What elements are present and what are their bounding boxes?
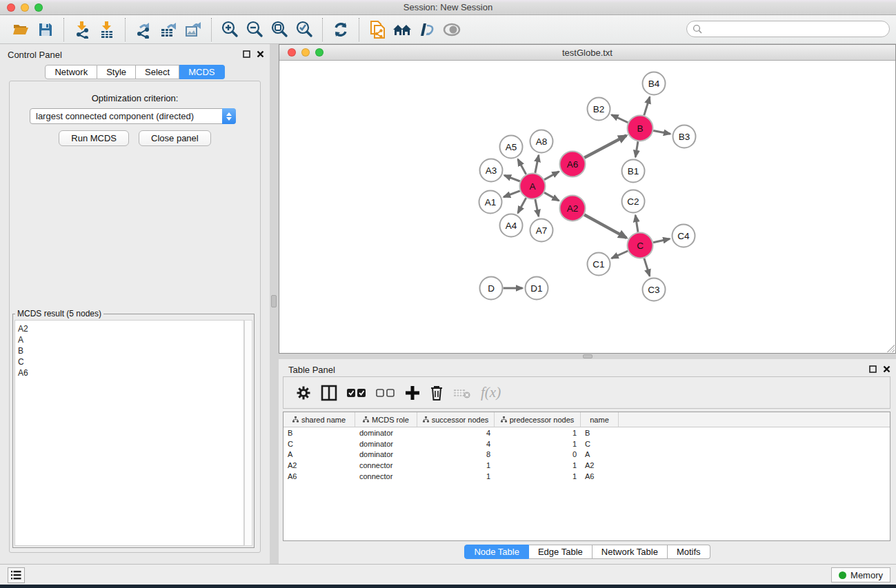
graph-edge[interactable] <box>653 239 670 242</box>
graph-edge[interactable] <box>518 198 526 213</box>
graph-edge[interactable] <box>544 192 559 201</box>
table-cell[interactable]: 1 <box>417 472 495 480</box>
table-cell[interactable]: 1 <box>495 440 581 448</box>
table-cell[interactable]: dominator <box>355 440 417 448</box>
hide-graphics-details-icon[interactable] <box>439 18 464 41</box>
table-cell[interactable]: 1 <box>495 429 581 437</box>
select-all-icon[interactable] <box>347 383 366 403</box>
table-cell[interactable]: 0 <box>495 450 581 458</box>
apply-layout-icon[interactable] <box>328 18 353 41</box>
graph-edge[interactable] <box>544 172 559 180</box>
float-panel-icon[interactable] <box>869 365 877 373</box>
table-cell[interactable]: 8 <box>417 450 495 458</box>
tab-motifs[interactable]: Motifs <box>668 545 710 559</box>
tab-network-table[interactable]: Network Table <box>593 545 668 559</box>
import-network-icon[interactable] <box>70 18 94 41</box>
list-item[interactable]: A6 <box>18 367 243 378</box>
graph-edge[interactable] <box>535 199 539 216</box>
task-history-button[interactable] <box>8 567 25 583</box>
splitter-handle[interactable] <box>271 295 277 307</box>
first-neighbors-icon[interactable] <box>390 18 415 41</box>
table-row[interactable]: Cdominator41C <box>283 438 890 449</box>
graph-edge[interactable] <box>504 191 520 197</box>
close-panel-button[interactable]: Close panel <box>139 130 211 146</box>
criterion-dropdown[interactable]: largest connected component (directed) <box>30 108 236 124</box>
table-cell[interactable]: A2 <box>581 461 619 469</box>
table-cell[interactable]: 4 <box>417 429 495 437</box>
graph-edge[interactable] <box>653 131 670 134</box>
graph-edge[interactable] <box>612 115 628 123</box>
tab-style[interactable]: Style <box>97 65 136 79</box>
save-session-icon[interactable] <box>33 18 58 41</box>
memory-button[interactable]: Memory <box>831 567 890 582</box>
float-panel-icon[interactable] <box>243 50 250 58</box>
search-field[interactable] <box>686 21 890 37</box>
mcds-list-scrollbar[interactable] <box>244 320 252 546</box>
close-panel-icon[interactable] <box>883 365 890 373</box>
table-cell[interactable]: A6 <box>581 472 619 480</box>
table-cell[interactable]: connector <box>355 461 417 469</box>
function-builder-icon[interactable]: f(x) <box>481 383 501 403</box>
table-row[interactable]: Bdominator41B <box>283 427 890 438</box>
vertical-splitter[interactable] <box>270 44 279 564</box>
export-image-icon[interactable] <box>181 18 206 41</box>
close-panel-icon[interactable] <box>257 50 264 58</box>
graph-edge[interactable] <box>584 214 626 238</box>
table-cell[interactable]: 4 <box>417 440 495 448</box>
table-cell[interactable]: A2 <box>283 461 355 469</box>
table-cell[interactable]: A <box>581 450 619 458</box>
zoom-fit-icon[interactable] <box>267 18 292 41</box>
table-cell[interactable]: A <box>283 450 355 458</box>
import-table-icon[interactable] <box>94 18 119 41</box>
zoom-out-icon[interactable] <box>242 18 267 41</box>
search-input[interactable] <box>703 24 889 34</box>
table-cell[interactable]: A6 <box>283 472 355 480</box>
table-cell[interactable]: B <box>283 429 355 437</box>
splitter-handle[interactable] <box>583 354 593 358</box>
tab-select[interactable]: Select <box>136 65 179 79</box>
graph-edge[interactable] <box>584 136 626 158</box>
clear-table-icon[interactable] <box>453 383 471 403</box>
column-header[interactable]: shared name <box>283 412 355 427</box>
graph-edge[interactable] <box>644 97 650 116</box>
tab-mcds[interactable]: MCDS <box>179 65 224 79</box>
table-cell[interactable]: connector <box>355 472 417 480</box>
graph-edge[interactable] <box>504 175 520 181</box>
table-row[interactable]: A2connector11A2 <box>283 460 890 471</box>
mcds-result-list[interactable]: A2ABCA6 <box>14 320 244 546</box>
table-cell[interactable]: 1 <box>495 472 581 480</box>
graph-edge[interactable] <box>518 159 526 174</box>
column-header[interactable]: MCDS role <box>355 412 417 427</box>
zoom-selected-icon[interactable] <box>292 18 317 41</box>
add-row-icon[interactable] <box>405 383 420 403</box>
graph-edge[interactable] <box>535 155 539 173</box>
column-header[interactable]: predecessor nodes <box>495 412 581 427</box>
window-resize-grip[interactable] <box>886 343 895 352</box>
graph-edge[interactable] <box>635 141 638 157</box>
list-item[interactable]: C <box>18 356 243 367</box>
zoom-in-icon[interactable] <box>217 18 242 41</box>
table-settings-icon[interactable] <box>296 383 311 403</box>
horizontal-splitter[interactable] <box>279 354 896 359</box>
show-columns-icon[interactable] <box>321 383 337 403</box>
table-cell[interactable]: dominator <box>355 429 417 437</box>
delete-row-icon[interactable] <box>430 383 444 403</box>
table-row[interactable]: A6connector11A6 <box>283 471 890 482</box>
column-header[interactable]: successor nodes <box>417 412 495 427</box>
export-network-icon[interactable] <box>131 18 156 41</box>
export-table-icon[interactable] <box>156 18 181 41</box>
tab-edge-table[interactable]: Edge Table <box>529 545 593 559</box>
network-canvas[interactable]: AA1A2A3A4A5A6A7A8BB1B2B3B4CC1C2C3C4DD1 <box>279 61 895 353</box>
tab-network[interactable]: Network <box>45 65 97 79</box>
list-item[interactable]: A <box>18 334 243 345</box>
column-header[interactable]: name <box>581 412 619 427</box>
new-network-from-selection-icon[interactable] <box>365 18 390 41</box>
open-session-icon[interactable] <box>8 18 33 41</box>
table-cell[interactable]: C <box>283 440 355 448</box>
graph-edge[interactable] <box>644 258 650 276</box>
table-row[interactable]: Adominator80A <box>283 449 890 460</box>
table-cell[interactable]: B <box>581 429 619 437</box>
show-graphics-details-icon[interactable] <box>415 18 439 41</box>
graph-edge[interactable] <box>635 215 638 232</box>
graph-edge[interactable] <box>612 251 628 258</box>
